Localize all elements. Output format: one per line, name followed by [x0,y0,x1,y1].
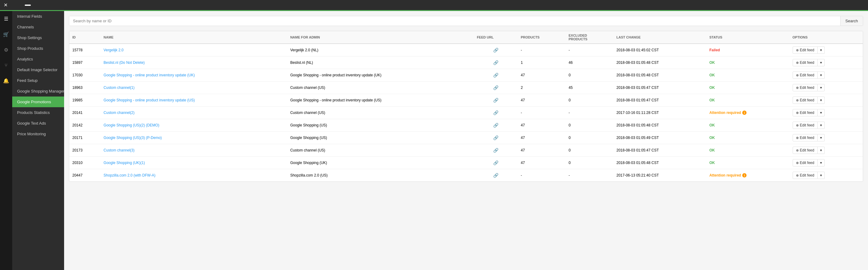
cell-products: - [518,169,565,182]
edit-feed-button[interactable]: ⊕ Edit feed [793,84,818,91]
attention-icon: i [742,173,747,177]
fork-icon[interactable]: ⑂ [3,61,9,70]
cell-name-for-admin: Google Shopping - online product invento… [287,69,474,82]
cell-id: 18963 [69,82,100,94]
status-badge: Attention required i [709,111,786,115]
cell-name-for-admin: Shopzilla.com 2.0 (US) [287,169,474,182]
options-dropdown-button[interactable]: ▾ [818,159,825,167]
bell-icon[interactable]: 🔔 [1,76,11,86]
sidebar-nav: Internal Fields Channels Shop Settings S… [12,11,64,270]
menu-icon[interactable]: ☰ [2,14,10,24]
cell-products: 47 [518,69,565,82]
edit-feed-button[interactable]: ⊕ Edit feed [793,71,818,79]
cell-last-change: 2018-08-03 01:05:48 CST [614,57,706,69]
sidebar-item-products-statistics[interactable]: Products Statistics [12,107,64,118]
channel-name-link[interactable]: Google Shopping (US)(3) (P-Demo) [103,136,162,140]
cell-name-for-admin: Beslist.nl (NL) [287,57,474,69]
sidebar-item-channels[interactable]: Channels [12,22,64,32]
channel-name-link[interactable]: Google Shopping (UK)(1) [103,161,145,165]
search-button[interactable]: Search [840,16,863,26]
feed-url-link-icon[interactable]: 🔗 [493,135,498,140]
options-dropdown-button[interactable]: ▾ [818,172,825,179]
cell-name-for-admin: Google Shopping (UK) [287,157,474,169]
cell-last-change: 2018-08-03 01:45:02 CST [614,44,706,57]
cell-name: Google Shopping (US)(3) (P-Demo) [100,132,287,144]
channel-name-link[interactable]: Google Shopping - online product invento… [103,98,195,102]
options-dropdown-button[interactable]: ▾ [818,47,825,54]
options-dropdown-button[interactable]: ▾ [818,84,825,91]
feed-url-link-icon[interactable]: 🔗 [493,98,498,102]
edit-feed-button[interactable]: ⊕ Edit feed [793,172,818,179]
cell-last-change: 2018-08-03 01:05:48 CST [614,69,706,82]
feed-url-link-icon[interactable]: 🔗 [493,85,498,90]
channel-name-link[interactable]: Custom channel(2) [103,111,134,115]
sidebar-item-default-image-selector[interactable]: Default Image Selector [12,64,64,75]
options-dropdown-button[interactable]: ▾ [818,109,825,116]
edit-feed-button[interactable]: ⊕ Edit feed [793,122,818,129]
edit-feed-button[interactable]: ⊕ Edit feed [793,147,818,154]
cell-products: 47 [518,144,565,157]
channels-table: ID NAME NAME FOR ADMIN FEED URL PRODUCTS… [69,31,863,182]
col-status: STATUS [706,31,789,44]
sidebar-item-shop-products[interactable]: Shop Products [12,43,64,54]
feed-url-link-icon[interactable]: 🔗 [493,73,498,78]
cart-icon[interactable]: 🛒 [1,30,11,39]
cell-id: 20142 [69,119,100,132]
content-area: Search ID NAME NAME FOR ADMIN FEED URL P… [64,11,868,270]
cell-products: 2 [518,82,565,94]
feed-url-link-icon[interactable]: 🔗 [493,60,498,65]
options-dropdown-button[interactable]: ▾ [818,71,825,79]
options-group: ⊕ Edit feed▾ [793,134,860,142]
edit-feed-button[interactable]: ⊕ Edit feed [793,59,818,66]
sidebar-item-price-monitoring[interactable]: Price Monitoring [12,128,64,139]
sidebar-item-shop-settings[interactable]: Shop Settings [12,32,64,43]
sidebar-item-analytics[interactable]: Analytics [12,54,64,64]
cell-status: OK [706,144,789,157]
cell-options: ⊕ Edit feed▾ [789,107,863,119]
channel-name-link[interactable]: Shopzilla.com 2.0 (with DFW-A) [103,173,155,177]
edit-feed-button[interactable]: ⊕ Edit feed [793,134,818,142]
edit-feed-button[interactable]: ⊕ Edit feed [793,109,818,116]
options-dropdown-button[interactable]: ▾ [818,134,825,142]
edit-feed-button[interactable]: ⊕ Edit feed [793,159,818,167]
search-input[interactable] [69,16,840,26]
cell-feed-url: 🔗 [474,119,518,132]
options-group: ⊕ Edit feed▾ [793,71,860,79]
cell-feed-url: 🔗 [474,107,518,119]
feed-url-link-icon[interactable]: 🔗 [493,148,498,153]
table-row: 20447Shopzilla.com 2.0 (with DFW-A)Shopz… [69,169,863,182]
feed-url-link-icon[interactable]: 🔗 [493,123,498,128]
options-dropdown-button[interactable]: ▾ [818,122,825,129]
channel-name-link[interactable]: Google Shopping (US)(2) (DEMO) [103,123,159,127]
search-bar: Search [69,16,863,26]
edit-feed-button[interactable]: ⊕ Edit feed [793,96,818,104]
col-feed-url: FEED URL [474,31,518,44]
cell-products: 47 [518,119,565,132]
cell-excluded-products: - [565,169,614,182]
sidebar-item-internal-fields[interactable]: Internal Fields [12,11,64,22]
edit-feed-button[interactable]: ⊕ Edit feed [793,47,818,54]
options-dropdown-button[interactable]: ▾ [818,59,825,66]
table-row: 15897Beslist.nl (Do Not Delete)Beslist.n… [69,57,863,69]
sidebar-item-google-shopping-manager[interactable]: Google Shopping Manager [12,86,64,96]
options-dropdown-button[interactable]: ▾ [818,147,825,154]
sidebar-item-google-text-ads[interactable]: Google Text Ads [12,118,64,128]
close-icon[interactable]: ✕ [4,2,8,8]
breadcrumb-current-shop[interactable] [25,5,31,6]
options-group: ⊕ Edit feed▾ [793,96,860,104]
feed-url-link-icon[interactable]: 🔗 [493,48,498,53]
cell-excluded-products: 46 [565,57,614,69]
channel-name-link[interactable]: Google Shopping - online product invento… [103,73,195,77]
channel-name-link[interactable]: Beslist.nl (Do Not Delete) [103,60,145,65]
settings-icon[interactable]: ⚙ [2,45,10,55]
feed-url-link-icon[interactable]: 🔗 [493,160,498,165]
options-dropdown-button[interactable]: ▾ [818,96,825,104]
sidebar-item-feed-setup[interactable]: Feed Setup [12,75,64,86]
cell-status: OK [706,82,789,94]
status-badge: Failed [709,48,720,52]
channel-name-link[interactable]: Custom channel(1) [103,86,134,90]
channel-name-link[interactable]: Custom channel(3) [103,148,134,152]
cell-id: 15897 [69,57,100,69]
sidebar-item-google-promotions[interactable]: Google Promotions [12,96,64,107]
channel-name-link[interactable]: Vergelijk 2.0 [103,48,123,52]
